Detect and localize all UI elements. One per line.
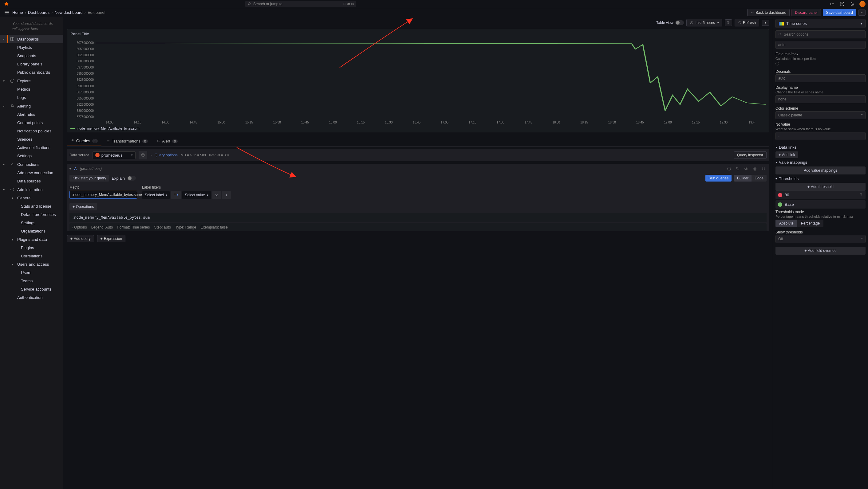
nav-contact-points[interactable]: Contact points xyxy=(0,119,63,127)
nav-silences[interactable]: Silences xyxy=(0,135,63,143)
add-query-button[interactable]: + Add query xyxy=(67,235,94,242)
nav-active-notifications[interactable]: Active notifications xyxy=(0,143,63,152)
tab-transformations[interactable]: Transformations0 xyxy=(103,136,152,146)
datasource-select[interactable]: prometheus▾ xyxy=(93,152,135,159)
refresh-interval-chevron[interactable]: ▾ xyxy=(762,20,769,26)
threshold-80[interactable]: 80 xyxy=(775,191,866,199)
news-icon[interactable] xyxy=(849,0,856,8)
decimals-input[interactable]: auto xyxy=(775,74,866,82)
add-filter-button[interactable]: + xyxy=(222,191,231,199)
search-options-input[interactable] xyxy=(775,30,866,38)
refresh-button[interactable]: Refresh xyxy=(735,19,759,26)
display-name-input[interactable]: none xyxy=(775,95,866,103)
grafana-logo-icon[interactable] xyxy=(4,1,9,7)
metric-select[interactable]: :node_memory_MemAvailable_bytes:sum▾ xyxy=(69,191,137,199)
nav-teams[interactable]: Teams xyxy=(0,277,63,285)
run-queries-button[interactable]: Run queries xyxy=(705,175,732,182)
nav-alert-rules[interactable]: Alert rules xyxy=(0,110,63,119)
table-view-toggle[interactable]: Table view xyxy=(656,20,684,25)
nav-admin-settings[interactable]: Settings xyxy=(0,219,63,227)
duplicate-query-icon[interactable] xyxy=(735,166,741,172)
nav-alerting-settings[interactable]: Settings xyxy=(0,152,63,160)
nav-default-prefs[interactable]: Default preferences xyxy=(0,210,63,219)
nav-data-sources[interactable]: Data sources xyxy=(0,177,63,185)
nav-authentication[interactable]: Authentication xyxy=(0,293,63,302)
label-select[interactable]: Select label▾ xyxy=(142,191,170,199)
help-icon[interactable]: ? xyxy=(838,0,846,8)
nav-users[interactable]: Users xyxy=(0,268,63,277)
unit-input[interactable]: auto xyxy=(775,41,866,49)
show-thresholds-select[interactable]: Off▾ xyxy=(775,235,866,243)
query-inspector-button[interactable]: Query inspector xyxy=(734,152,767,159)
nav-snapshots[interactable]: Snapshots xyxy=(0,52,63,60)
toggle-visibility-icon[interactable] xyxy=(743,166,749,172)
explain-toggle[interactable] xyxy=(127,176,136,181)
user-avatar[interactable] xyxy=(859,1,866,7)
query-options-link[interactable]: Query options xyxy=(155,153,178,157)
tab-alert[interactable]: Alert0 xyxy=(153,136,181,146)
datasource-settings-button[interactable]: ? xyxy=(138,151,147,159)
query-options-row[interactable]: › Options Legend: Auto Format: Time seri… xyxy=(69,223,767,231)
operator-select[interactable]: = ▾ xyxy=(171,191,181,199)
tab-queries[interactable]: Queries1 xyxy=(67,136,101,146)
data-links-section[interactable]: ▾Data links xyxy=(775,143,866,152)
nav-alerting[interactable]: ▾Alerting xyxy=(0,102,63,110)
nav-administration[interactable]: ▾Administration xyxy=(0,185,63,194)
absolute-mode[interactable]: Absolute xyxy=(775,220,797,227)
nav-users-access[interactable]: ▾Users and access xyxy=(0,260,63,268)
nav-plugins-data[interactable]: ▾Plugins and data xyxy=(0,235,63,243)
visualization-picker[interactable]: Time series ▾ xyxy=(775,19,866,28)
nav-logs[interactable]: Logs xyxy=(0,93,63,102)
editor-mode-toggle[interactable]: Builder Code xyxy=(734,175,767,182)
no-value-input[interactable]: - xyxy=(775,132,866,140)
nav-metrics[interactable]: Metrics xyxy=(0,85,63,93)
code-mode[interactable]: Code xyxy=(751,175,767,182)
global-search-input[interactable]: Search or jump to... ⌘+k xyxy=(245,1,356,7)
value-select[interactable]: Select value▾ xyxy=(182,191,211,199)
breadcrumb-new-dashboard[interactable]: New dashboard xyxy=(54,10,82,15)
threshold-mode-toggle[interactable]: Absolute Percentage xyxy=(775,220,824,227)
nav-notification-policies[interactable]: Notification policies xyxy=(0,127,63,135)
nav-library-panels[interactable]: Library panels xyxy=(0,60,63,68)
nav-organizations[interactable]: Organizations xyxy=(0,227,63,235)
time-range-picker[interactable]: Last 6 hours▾ xyxy=(686,19,722,26)
nav-explore[interactable]: ▾Explore xyxy=(0,76,63,85)
nav-plugins[interactable]: Plugins xyxy=(0,243,63,252)
query-help-icon[interactable] xyxy=(726,166,732,172)
zoom-out-button[interactable] xyxy=(725,19,732,26)
delete-query-icon[interactable] xyxy=(752,166,758,172)
nav-stats-license[interactable]: Stats and license xyxy=(0,202,63,210)
discard-panel-button[interactable]: Discard panel xyxy=(792,9,821,16)
add-value-mapping-button[interactable]: Add value mappings xyxy=(775,166,866,174)
save-dashboard-button[interactable]: Save dashboard xyxy=(823,9,856,16)
nav-playlists[interactable]: Playlists xyxy=(0,43,63,52)
add-expression-button[interactable]: + Expression xyxy=(97,235,125,242)
collapse-chevron-icon[interactable]: ▾ xyxy=(69,167,71,170)
kick-start-button[interactable]: Kick start your query xyxy=(69,175,109,182)
breadcrumb-home[interactable]: Home xyxy=(12,10,23,15)
nav-connections[interactable]: ▾Connections xyxy=(0,160,63,169)
percentage-mode[interactable]: Percentage xyxy=(797,220,824,227)
add-field-override-button[interactable]: + Add field override xyxy=(775,247,866,255)
threshold-base[interactable]: Base xyxy=(775,200,866,208)
field-minmax-toggle[interactable] xyxy=(775,62,779,65)
builder-mode[interactable]: Builder xyxy=(734,175,751,182)
thresholds-section[interactable]: ▾Thresholds xyxy=(775,174,866,183)
breadcrumb-dashboards[interactable]: Dashboards xyxy=(28,10,50,15)
nav-add-connection[interactable]: Add new connection xyxy=(0,169,63,177)
nav-dashboards[interactable]: ▾Dashboards xyxy=(0,35,63,43)
color-scheme-select[interactable]: Classic palette▾ xyxy=(775,111,866,119)
add-threshold-button[interactable]: + Add threshold xyxy=(775,183,866,191)
value-mappings-section[interactable]: ▾Value mappings xyxy=(775,158,866,166)
back-to-dashboard-button[interactable]: ← Back to dashboard xyxy=(747,9,789,16)
operations-button[interactable]: + Operations xyxy=(69,203,97,210)
add-menu-button[interactable]: +▾ xyxy=(828,0,835,8)
nav-public-dashboards[interactable]: Public dashboards xyxy=(0,68,63,76)
remove-threshold-icon[interactable] xyxy=(859,193,863,197)
add-link-button[interactable]: + Add link xyxy=(775,152,798,158)
drag-handle-icon[interactable] xyxy=(761,166,767,172)
nav-general[interactable]: ▾General xyxy=(0,194,63,202)
save-options-chevron[interactable] xyxy=(858,9,866,16)
nav-service-accounts[interactable]: Service accounts xyxy=(0,285,63,293)
menu-toggle-icon[interactable] xyxy=(2,8,11,17)
